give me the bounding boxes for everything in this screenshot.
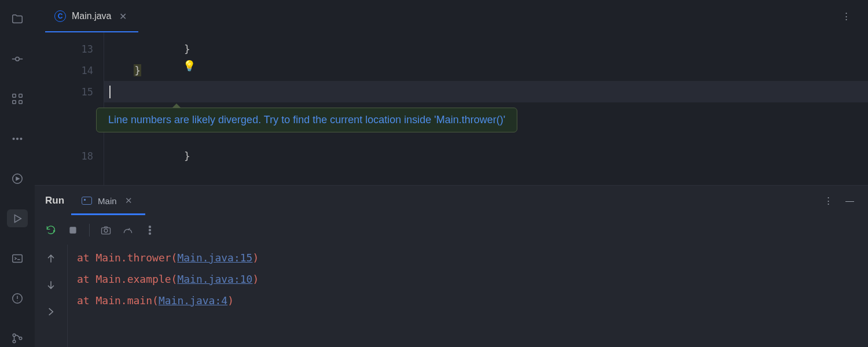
stack-frame: at Main.example(Main.java:10) — [77, 268, 868, 290]
structure-icon[interactable] — [7, 90, 28, 108]
console-output[interactable]: at Main.thrower(Main.java:15) at Main.ex… — [68, 245, 868, 347]
tool-window-bar — [0, 0, 35, 347]
stack-link[interactable]: Main.java:15 — [177, 252, 252, 264]
svg-point-17 — [149, 226, 151, 228]
run-body: at Main.thrower(Main.java:15) at Main.ex… — [35, 245, 868, 347]
caret — [109, 86, 111, 98]
java-class-icon: C — [54, 10, 66, 22]
commit-icon[interactable] — [7, 50, 28, 68]
run-tab-label: Main — [98, 196, 117, 206]
scroll-down-icon[interactable] — [45, 279, 57, 291]
stack-frame: at Main.thrower(Main.java:15) — [77, 247, 868, 268]
line-number: 13 — [35, 38, 104, 60]
run-side-actions — [35, 245, 67, 347]
run-tab-close-icon[interactable]: ✕ — [123, 195, 135, 206]
run-icon[interactable] — [7, 209, 28, 227]
svg-point-16 — [104, 229, 108, 232]
line-number: 14 — [35, 60, 104, 81]
line-number: 18 — [35, 145, 104, 167]
run-config-icon — [82, 197, 92, 205]
code-line[interactable]: } — [104, 38, 868, 60]
tab-close-icon[interactable]: ✕ — [117, 11, 129, 22]
svg-rect-4 — [19, 101, 23, 104]
svg-point-7 — [20, 138, 22, 140]
svg-point-0 — [16, 57, 19, 61]
main-area: C Main.java ✕ ⋮ ✓ 13 14 15 18 } } static… — [35, 0, 868, 347]
run-header-actions: ⋮ — — [824, 195, 854, 206]
code-content: } } static void thrower() { } 💡 Line num… — [104, 32, 868, 185]
line-number: 15 — [35, 81, 104, 102]
svg-point-18 — [149, 230, 151, 231]
scroll-up-icon[interactable] — [45, 253, 57, 264]
stop-button[interactable] — [67, 224, 79, 236]
svg-point-6 — [17, 138, 19, 140]
screenshot-button[interactable] — [100, 224, 112, 236]
svg-point-12 — [13, 340, 16, 343]
line-number-gutter: 13 14 15 18 — [35, 32, 104, 185]
run-more-icon[interactable]: ⋮ — [824, 195, 833, 206]
terminal-icon[interactable] — [7, 249, 28, 267]
run-toolbar-more[interactable] — [144, 224, 156, 236]
vcs-icon[interactable] — [7, 329, 28, 347]
run-title-label: Run — [45, 195, 64, 206]
problems-icon[interactable] — [7, 289, 28, 307]
code-line-current[interactable] — [104, 81, 868, 102]
svg-rect-3 — [13, 101, 16, 104]
code-line[interactable]: } — [104, 60, 868, 81]
editor-tab-main-java[interactable]: C Main.java ✕ — [45, 0, 138, 32]
run-config-tab[interactable]: Main ✕ — [75, 190, 142, 212]
svg-point-5 — [13, 138, 14, 140]
expand-icon[interactable] — [45, 306, 57, 318]
stack-frame: at Main.main(Main.java:4) — [77, 290, 868, 311]
svg-rect-14 — [70, 227, 76, 233]
svg-rect-9 — [13, 254, 23, 262]
toolbar-separator — [89, 224, 90, 237]
more-icon[interactable] — [7, 130, 28, 148]
project-icon[interactable] — [7, 10, 28, 28]
run-tool-window: Run Main ✕ ⋮ — — [35, 185, 868, 347]
line-number — [35, 124, 104, 145]
svg-rect-1 — [13, 94, 16, 98]
rerun-button[interactable] — [45, 224, 57, 236]
svg-rect-2 — [19, 94, 23, 98]
profiler-button[interactable] — [122, 224, 134, 236]
svg-point-11 — [13, 334, 16, 337]
code-line[interactable]: } — [104, 145, 868, 167]
run-header: Run Main ✕ ⋮ — — [35, 186, 868, 216]
editor-tab-bar: C Main.java ✕ ⋮ — [35, 0, 868, 32]
stack-link[interactable]: Main.java:4 — [159, 294, 227, 307]
editor-tabs-more-icon[interactable]: ⋮ — [836, 8, 856, 25]
run-minimize-icon[interactable]: — — [845, 195, 854, 206]
svg-point-19 — [149, 232, 151, 234]
tab-filename-label: Main.java — [72, 11, 111, 21]
line-number — [35, 102, 104, 124]
stack-link[interactable]: Main.java:10 — [177, 273, 252, 285]
navigation-tooltip: Line numbers are likely diverged. Try to… — [96, 108, 517, 132]
code-editor[interactable]: 13 14 15 18 } } static void thrower() { … — [35, 32, 868, 185]
services-icon[interactable] — [7, 170, 28, 188]
run-toolbar — [35, 216, 868, 245]
